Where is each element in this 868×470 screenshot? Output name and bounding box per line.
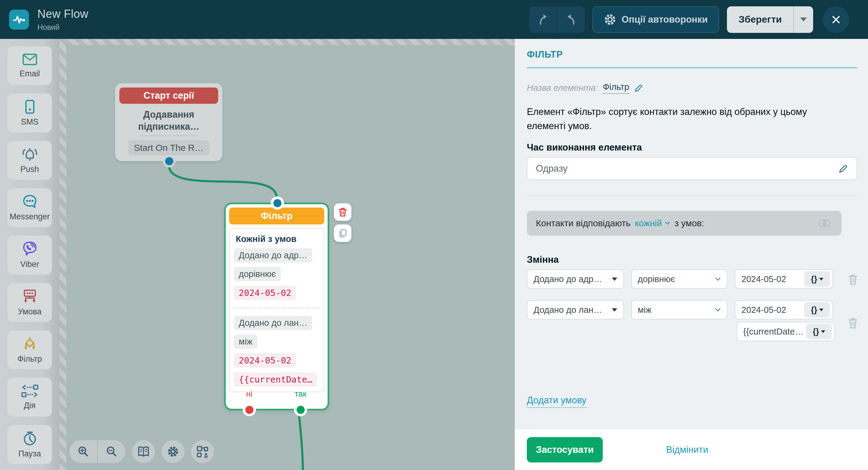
condition-value-chip: 2024-05-02 [234, 286, 296, 300]
edit-pencil-icon[interactable] [838, 164, 848, 173]
palette-item-viber[interactable]: Viber [7, 236, 52, 274]
add-condition-row: Додати умову [527, 395, 857, 408]
chevron-down-icon [821, 330, 825, 333]
edit-pencil-icon[interactable] [634, 84, 643, 93]
start-node-divider [140, 136, 197, 136]
venn-icon [817, 219, 832, 228]
element-description: Елемент «Фільтр» сортує контакти залежно… [527, 105, 846, 133]
palette-item-action[interactable]: Дія [7, 378, 52, 417]
zoom-out-icon [105, 446, 118, 458]
chevron-down-icon [819, 309, 824, 311]
add-condition-link[interactable]: Додати умову [527, 395, 587, 408]
start-node-chip: Start On The R… [128, 140, 209, 155]
copy-node-button[interactable] [334, 225, 351, 242]
autofunnel-options-button[interactable]: Опції автоворонки [592, 6, 719, 33]
email-icon [22, 53, 38, 66]
canvas-settings-button[interactable] [161, 440, 184, 463]
start-node-output-port[interactable] [163, 155, 176, 168]
filter-node-selected[interactable]: Фільтр Кожній з умов Додано до адр… дорі… [224, 203, 329, 410]
delete-node-button[interactable] [334, 203, 351, 221]
redo-button[interactable] [557, 6, 585, 33]
value-input[interactable]: 2024-05-02 {} [735, 269, 833, 289]
variable-picker-chip[interactable]: {} [806, 324, 832, 340]
top-bar: New Flow Новий [0, 0, 868, 39]
port-dot [165, 157, 173, 165]
chevron-down-icon [800, 18, 807, 22]
panel-heading: ФІЛЬТР [527, 49, 857, 60]
palette-item-condition[interactable]: Умова [7, 283, 52, 322]
condition-group-divider [234, 308, 319, 308]
branch-yes-label: так [295, 389, 307, 399]
palette-item-label: Умова [18, 307, 41, 317]
save-split-button: Зберегти [727, 6, 813, 33]
undo-button[interactable] [529, 6, 557, 33]
delete-condition-button[interactable] [847, 274, 858, 287]
panel-content: ФІЛЬТР Назва елемента: Фільтр Елемент «Ф… [515, 39, 868, 470]
flow-title-block: New Flow Новий [37, 7, 88, 32]
palette-item-messenger[interactable]: Messenger [7, 188, 52, 227]
field-select[interactable]: Додано до лан… [527, 300, 624, 320]
value-input[interactable]: 2024-05-02 {} [735, 300, 833, 320]
filter-node-header: Фільтр [229, 208, 324, 225]
element-palette: Email SMS Push [0, 39, 59, 470]
variable-picker-chip[interactable]: {} [804, 271, 830, 287]
value-input[interactable]: {{currentDate… {} [737, 322, 835, 341]
flow-status: Новий [37, 23, 88, 32]
options-button-label: Опції автоворонки [621, 14, 708, 25]
condition-operator-chip: між [234, 334, 257, 349]
chevron-down-icon [715, 277, 721, 281]
field-select[interactable]: Додано до адр… [527, 269, 624, 289]
palette-item-filter[interactable]: Фільтр [7, 330, 52, 369]
element-name-row: Назва елемента: Фільтр [527, 82, 857, 94]
condition-operator-chip: дорівнює [234, 267, 281, 281]
start-node[interactable]: Старт серії Додавання підписника… Start … [115, 83, 222, 161]
palette-item-email[interactable]: Email [7, 46, 52, 85]
condition-field-chip: Додано до лан… [234, 316, 312, 330]
palette-item-pause[interactable]: Пауза [7, 425, 52, 464]
close-button[interactable] [823, 6, 849, 33]
minimap-button[interactable] [191, 440, 214, 463]
phone-icon [25, 99, 35, 114]
filter-node-input-port[interactable] [271, 196, 284, 210]
zoom-in-icon [77, 446, 89, 458]
palette-item-label: Viber [20, 260, 39, 269]
palette-item-label: Email [20, 69, 40, 79]
chevron-down-icon [612, 277, 617, 281]
variable-picker-chip[interactable]: {} [804, 302, 830, 318]
operator-select[interactable]: між [631, 300, 727, 320]
filter-node-subtitle: Кожній з умов [236, 234, 319, 244]
timing-input[interactable]: Одразу [527, 157, 857, 180]
app-logo [9, 10, 29, 30]
filter-no-output-port[interactable] [243, 403, 256, 416]
chevron-down-icon [612, 308, 617, 312]
flow-map-icon [196, 445, 209, 458]
palette-item-push[interactable]: Push [7, 141, 52, 180]
match-type-dropdown[interactable]: кожній [635, 218, 670, 228]
save-button[interactable]: Зберегти [727, 6, 793, 33]
operator-select[interactable]: дорівнює [631, 269, 727, 289]
palette-item-label: SMS [21, 117, 38, 127]
canvas-boundary-stripe-left [59, 39, 66, 470]
trash-icon [338, 207, 348, 217]
element-name-label: Назва елемента: [527, 83, 598, 93]
panel-footer: Застосувати Відмінити [515, 430, 868, 470]
start-node-title: Додавання підписника… [123, 109, 215, 133]
element-name-value[interactable]: Фільтр [603, 82, 629, 94]
top-bar-actions: Опції автоворонки Зберегти [529, 6, 849, 33]
guide-button[interactable] [132, 440, 155, 463]
zoom-controls [69, 440, 125, 463]
save-dropdown-button[interactable] [794, 6, 813, 33]
undo-redo-group [529, 6, 585, 33]
filter-yes-output-port[interactable] [294, 403, 307, 416]
copy-icon [338, 228, 348, 238]
cancel-button[interactable]: Відмінити [666, 444, 708, 455]
match-mode-toggle[interactable] [817, 219, 832, 228]
palette-item-sms[interactable]: SMS [7, 93, 52, 133]
apply-button[interactable]: Застосувати [527, 437, 603, 463]
match-suffix: з умов: [675, 218, 704, 228]
zoom-out-button[interactable] [97, 440, 125, 463]
zoom-in-button[interactable] [69, 440, 97, 463]
delete-condition-button[interactable] [847, 317, 858, 330]
bell-icon [22, 147, 38, 162]
condition-row-2: Додано до лан… між 2024-05-02 {} [527, 300, 857, 320]
